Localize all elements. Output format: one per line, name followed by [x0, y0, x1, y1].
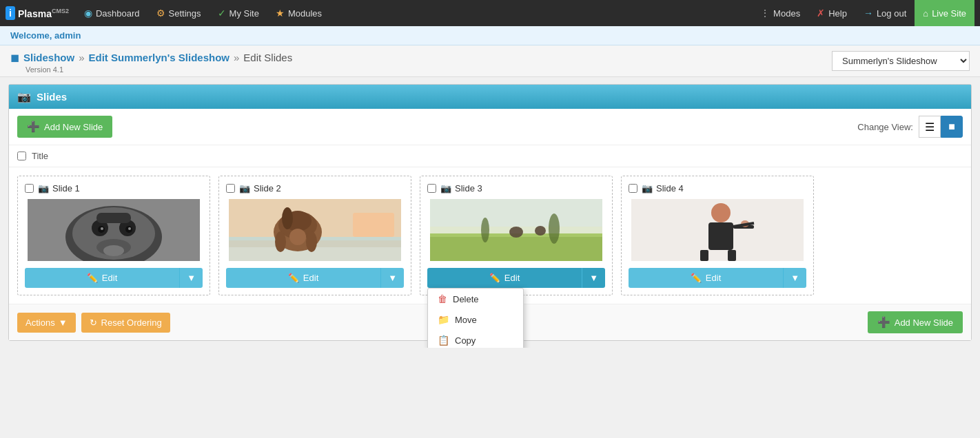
list-view-button[interactable]: ☰	[919, 116, 941, 138]
nav-modes-label: Modes	[773, 8, 800, 19]
svg-point-20	[289, 229, 306, 245]
nav-help-label: Help	[828, 8, 847, 19]
slides-panel: 📷 Slides ➕ Add New Slide Change View: ☰ …	[8, 84, 972, 341]
svg-rect-40	[728, 250, 736, 261]
slide-3-edit-button[interactable]: ✏️ Edit	[427, 268, 582, 288]
nav-mysite[interactable]: ✓ My Site	[210, 0, 267, 26]
slide-4-checkbox[interactable]	[629, 184, 637, 193]
add-new-slide-top-button[interactable]: ➕ Add New Slide	[17, 116, 112, 138]
slide-4-dropdown-button[interactable]: ▼	[783, 268, 806, 288]
live-site-button[interactable]: ⌂ Live Site	[915, 0, 974, 26]
actions-button[interactable]: Actions ▼	[17, 313, 76, 333]
brand-icon: i	[6, 6, 15, 20]
slide-2-header: 📷 Slide 2	[226, 183, 404, 194]
nav-logout[interactable]: → Log out	[855, 0, 915, 26]
slide-4-edit-button[interactable]: ✏️ Edit	[629, 268, 783, 288]
nav-modes[interactable]: ⋮ Modes	[752, 0, 808, 26]
nav-logout-label: Log out	[877, 8, 906, 19]
nav-settings-label: Settings	[169, 8, 201, 19]
slideshow-select[interactable]: Summerlyn's Slideshow	[832, 51, 970, 71]
brand-name: PlasmaCMS2	[18, 8, 69, 19]
move-label: Move	[455, 315, 477, 325]
slide-4-img-icon: 📷	[642, 183, 653, 194]
pencil-icon-3: ✏️	[489, 273, 500, 283]
slide-3-title: Slide 3	[455, 183, 482, 194]
slide-2-edit-button[interactable]: ✏️ Edit	[226, 268, 380, 288]
svg-point-34	[711, 203, 731, 222]
title-column-label: Title	[32, 151, 48, 161]
change-view: Change View: ☰ ■	[857, 116, 963, 138]
nav-settings[interactable]: ⚙ Settings	[148, 0, 210, 26]
svg-point-11	[103, 245, 124, 256]
breadcrumb: ◼ Slideshow » Edit Summerlyn's Slideshow…	[10, 51, 292, 64]
refresh-icon: ↻	[90, 317, 97, 328]
slides-header: 📷 Slides	[9, 85, 971, 109]
slideshow-select-wrapper: Summerlyn's Slideshow	[832, 51, 970, 71]
slide-card-3: 📷 Slide 3	[420, 176, 613, 295]
svg-point-22	[306, 231, 317, 252]
svg-point-19	[282, 207, 293, 229]
slide-3-header: 📷 Slide 3	[427, 183, 605, 194]
slide-4-edit-wrap: ✏️ Edit ▼	[629, 268, 806, 288]
nav-dashboard[interactable]: ◉ Dashboard	[76, 0, 148, 26]
slide-1-img-icon: 📷	[38, 183, 49, 194]
chevron-down-icon: ▼	[59, 317, 68, 328]
slide-3-dropdown-button[interactable]: ▼	[582, 268, 605, 288]
slide-4-header: 📷 Slide 4	[629, 183, 806, 194]
reset-label: Reset Ordering	[101, 317, 162, 328]
slide-1-edit-wrap: ✏️ Edit ▼	[25, 268, 203, 288]
dropdown-move[interactable]: 📁 Move	[428, 309, 523, 330]
nav-help[interactable]: ✗ Help	[808, 0, 855, 26]
nav-modules-label: Modules	[288, 8, 322, 19]
slide-1-dropdown-button[interactable]: ▼	[179, 268, 203, 288]
grid-view-button[interactable]: ■	[941, 116, 963, 138]
slides-toolbar: ➕ Add New Slide Change View: ☰ ■	[9, 109, 971, 145]
settings-icon: ⚙	[156, 8, 165, 19]
select-all-checkbox[interactable]	[17, 152, 26, 160]
modes-icon: ⋮	[760, 8, 770, 19]
slideshow-module-icon: ◼	[10, 51, 19, 64]
dropdown-delete[interactable]: 🗑 Delete	[428, 289, 523, 309]
pencil-icon-2: ✏️	[288, 273, 299, 283]
breadcrumb-area: ◼ Slideshow » Edit Summerlyn's Slideshow…	[0, 45, 980, 77]
slide-card-2: 📷 Slide 2	[218, 176, 411, 295]
svg-rect-28	[430, 199, 602, 227]
plus-icon: ➕	[27, 121, 40, 133]
slides-header-icon: 📷	[17, 90, 31, 103]
slide-3-checkbox[interactable]	[427, 184, 436, 193]
svg-rect-35	[708, 222, 733, 250]
nav-dashboard-label: Dashboard	[96, 8, 140, 19]
slide-1-edit-button[interactable]: ✏️ Edit	[25, 268, 179, 288]
slide-2-image	[226, 199, 404, 261]
slide-1-checkbox[interactable]	[25, 184, 34, 193]
dropdown-copy[interactable]: 📋 Copy	[428, 330, 523, 348]
slide-card-4: 📷 Slide 4	[621, 176, 814, 295]
reset-ordering-button[interactable]: ↻ Reset Ordering	[81, 313, 170, 333]
svg-point-21	[275, 231, 286, 252]
slide-4-edit-label: Edit	[706, 273, 721, 283]
brand-logo[interactable]: i PlasmaCMS2	[6, 6, 69, 20]
slide-1-image	[25, 199, 203, 261]
welcome-bar: Welcome, admin	[0, 26, 980, 45]
slide-3-edit-label: Edit	[504, 273, 520, 283]
breadcrumb-slideshow-link[interactable]: Slideshow	[23, 52, 74, 63]
svg-point-31	[509, 227, 523, 238]
slide-2-checkbox[interactable]	[226, 184, 235, 193]
delete-label: Delete	[453, 294, 479, 304]
plus-icon-bottom: ➕	[877, 316, 890, 328]
breadcrumb-current: Edit Slides	[243, 52, 292, 63]
slide-2-dropdown-button[interactable]: ▼	[380, 268, 404, 288]
title-row: Title	[9, 145, 971, 167]
slide-card-1: 📷 Slide 1	[17, 176, 210, 295]
add-new-slide-bottom-button[interactable]: ➕ Add New Slide	[868, 311, 963, 333]
pencil-icon-1: ✏️	[87, 273, 98, 283]
nav-modules[interactable]: ★ Modules	[267, 0, 330, 26]
slide-3-img-icon: 📷	[440, 183, 451, 194]
welcome-text: Welcome, admin	[10, 30, 81, 41]
main-content: 📷 Slides ➕ Add New Slide Change View: ☰ …	[0, 77, 980, 348]
svg-point-29	[481, 218, 489, 242]
help-icon: ✗	[817, 8, 825, 19]
mysite-icon: ✓	[218, 8, 226, 19]
breadcrumb-edit-slideshow-link[interactable]: Edit Summerlyn's Slideshow	[89, 52, 229, 63]
live-site-label: Live Site	[932, 8, 966, 19]
